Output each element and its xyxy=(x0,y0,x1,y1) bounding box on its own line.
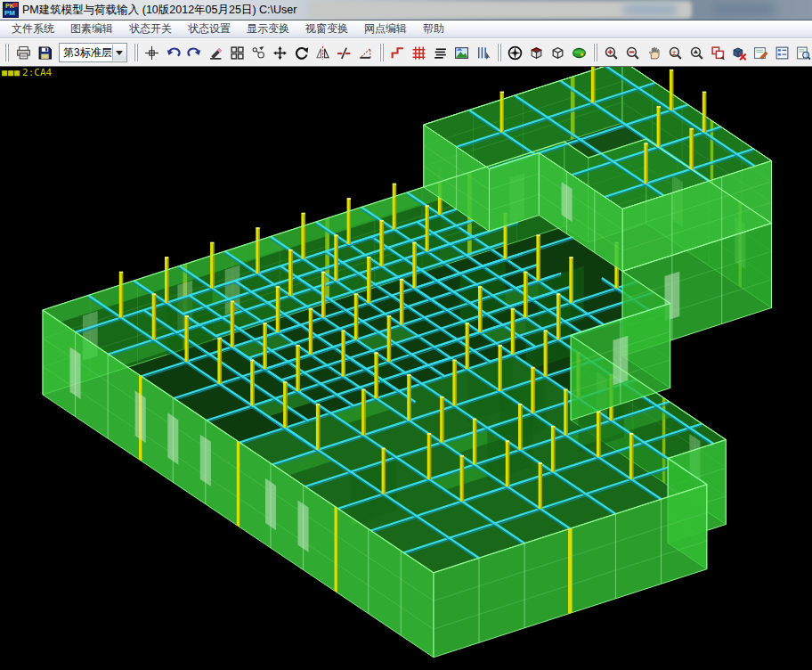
btn-grid[interactable] xyxy=(409,42,430,63)
btn-pan[interactable] xyxy=(644,42,665,63)
btn-undo[interactable] xyxy=(163,42,184,63)
toolbar: 第3标准层± xyxy=(0,38,812,67)
btn-edit-dialog[interactable] xyxy=(751,42,772,63)
model-canvas[interactable]: ■■■ 2:CA4 xyxy=(0,67,812,670)
toolbar-group-view-mode xyxy=(505,42,590,63)
btn-rotate[interactable] xyxy=(291,42,313,63)
btn-redo[interactable] xyxy=(184,42,206,63)
btn-wire-view[interactable] xyxy=(548,42,569,63)
toolbar-grip[interactable] xyxy=(4,44,10,61)
btn-solid-view[interactable] xyxy=(526,42,548,63)
toolbar-grip[interactable] xyxy=(497,44,502,61)
app-window: PK PM PM建筑模型与荷载输入 (10版2012年05月25日) C:\Us… xyxy=(0,0,812,670)
btn-hatch-lines[interactable] xyxy=(430,42,451,63)
btn-pick-select[interactable] xyxy=(248,42,270,63)
btn-break-line[interactable] xyxy=(334,42,355,63)
menu-item-help[interactable]: 帮助 xyxy=(415,20,452,38)
toolbar-group-file xyxy=(12,42,55,63)
btn-array-copy[interactable] xyxy=(227,42,248,63)
app-icon: PK PM xyxy=(3,2,19,18)
menu-item-element-edit[interactable]: 图素编辑 xyxy=(62,20,121,38)
toolbar-group-zoom: ± xyxy=(601,42,812,63)
layer-marks: ■■■ xyxy=(2,68,20,78)
btn-copy-view[interactable] xyxy=(708,42,729,63)
title-bar: PK PM PM建筑模型与荷载输入 (10版2012年05月25日) C:\Us… xyxy=(0,0,812,20)
btn-save[interactable] xyxy=(34,42,55,63)
toolbar-grip[interactable] xyxy=(379,44,385,61)
svg-text:±: ± xyxy=(672,46,677,56)
btn-move[interactable] xyxy=(270,42,291,63)
titlebar-blur xyxy=(712,3,775,17)
btn-snap-point[interactable] xyxy=(142,42,163,63)
layer-select-value: 第3标准层 xyxy=(60,45,112,61)
btn-zoom-in[interactable] xyxy=(601,42,622,63)
btn-render-view[interactable] xyxy=(569,42,590,63)
btn-axis-step[interactable] xyxy=(387,42,409,63)
titlebar-blur xyxy=(623,4,677,16)
btn-zoom-out[interactable] xyxy=(622,42,644,63)
menu-item-status-settings[interactable]: 状态设置 xyxy=(180,20,239,38)
model-3d[interactable] xyxy=(0,67,812,670)
toolbar-group-edit xyxy=(142,42,377,63)
menu-bar: 文件系统图素编辑状态开关状态设置显示变换视窗变换网点编辑帮助 xyxy=(0,20,812,38)
layer-select-button[interactable] xyxy=(112,45,126,61)
toolbar-grip[interactable] xyxy=(593,44,598,61)
menu-item-status-toggle[interactable]: 状态开关 xyxy=(121,20,180,38)
btn-image-view[interactable] xyxy=(451,42,473,63)
btn-print[interactable] xyxy=(12,42,34,63)
btn-compass[interactable] xyxy=(505,42,526,63)
btn-erase[interactable] xyxy=(206,42,227,63)
chevron-down-icon xyxy=(116,51,123,55)
btn-delete-view[interactable] xyxy=(729,42,751,63)
btn-zoom-scale[interactable]: ± xyxy=(665,42,686,63)
standard-layer-select[interactable]: 第3标准层 xyxy=(59,43,127,62)
menu-item-viewport-transform[interactable]: 视窗变换 xyxy=(297,20,356,38)
toolbar-group-draw xyxy=(387,42,494,63)
btn-section-lines[interactable] xyxy=(473,42,494,63)
view-label: ■■■ 2:CA4 xyxy=(2,67,52,78)
menu-item-grid-point-edit[interactable]: 网点编辑 xyxy=(356,20,415,38)
menu-item-file-system[interactable]: 文件系统 xyxy=(4,20,62,38)
btn-mirror[interactable] xyxy=(313,42,334,63)
menu-item-display-transform[interactable]: 显示变换 xyxy=(239,20,297,38)
btn-options[interactable] xyxy=(772,42,793,63)
btn-zoom-prev[interactable] xyxy=(686,42,708,63)
btn-find[interactable] xyxy=(793,42,812,63)
window-title: PM建筑模型与荷载输入 (10版2012年05月25日) C:\User xyxy=(22,3,296,18)
view-label-text: 2:CA4 xyxy=(22,67,52,78)
btn-extend[interactable] xyxy=(355,42,377,63)
toolbar-grip[interactable] xyxy=(134,44,139,61)
